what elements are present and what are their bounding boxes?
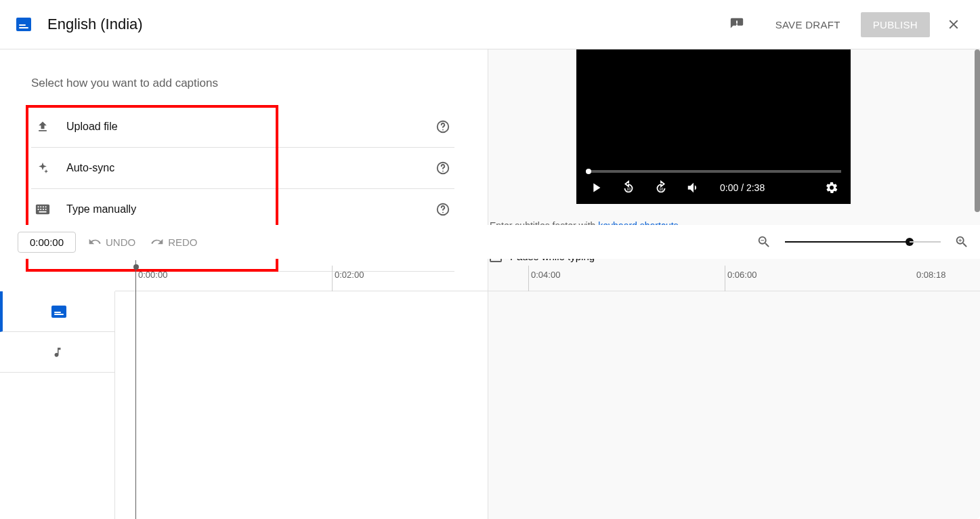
forward-10-icon[interactable]: 10 [654,180,668,195]
option-upload-file[interactable]: Upload file [31,106,454,148]
svg-rect-7 [38,209,39,210]
zoom-in-icon[interactable] [954,234,969,249]
dialog-title: English (India) [47,16,143,33]
upload-icon [34,120,51,133]
svg-text:10: 10 [626,187,631,191]
publish-button[interactable]: PUBLISH [861,12,930,37]
timeline-toolbar: 0:00:00 UNDO REDO [0,225,980,259]
close-icon[interactable] [943,14,964,35]
svg-rect-11 [39,211,47,213]
help-icon[interactable] [435,119,450,134]
zoom-out-icon[interactable] [757,234,771,249]
play-icon[interactable] [589,180,603,195]
zoom-control [757,234,969,249]
keyboard-icon [34,203,51,215]
redo-button[interactable]: REDO [150,235,197,249]
option-label: Type manually [66,203,435,215]
ruler-tick: 0:08:18 [914,266,945,291]
help-icon[interactable] [435,161,450,175]
svg-rect-4 [40,206,41,207]
rewind-10-icon[interactable]: 10 [621,180,636,195]
scrollbar[interactable] [975,49,980,212]
svg-text:10: 10 [659,187,663,191]
instruction-text: Select how you want to add captions [0,49,488,106]
feedback-icon[interactable] [729,17,744,32]
video-time: 0:00 / 2:38 [720,182,825,193]
zoom-slider[interactable] [785,241,910,243]
captions-track-button[interactable] [0,291,114,332]
volume-icon[interactable] [686,180,701,195]
timeline-ruler[interactable]: 0:00:00 0:02:00 0:04:00 0:06:00 0:08:18 [115,266,980,291]
sparkle-icon [34,161,51,175]
zoom-slider-handle[interactable] [906,238,914,246]
ruler-tick: 0:00:00 [135,266,167,291]
svg-rect-8 [40,209,41,210]
svg-rect-6 [45,206,47,207]
undo-button[interactable]: UNDO [88,235,135,249]
playhead[interactable] [135,260,136,519]
track-selector [0,291,115,519]
svg-rect-3 [38,206,39,207]
svg-rect-10 [45,209,47,210]
captions-icon [16,18,31,31]
timecode-input[interactable]: 0:00:00 [18,232,76,253]
ruler-tick: 0:06:00 [725,266,757,291]
svg-rect-9 [43,209,44,210]
gear-icon[interactable] [825,181,838,194]
audio-track-button[interactable] [0,332,114,373]
ruler-tick: 0:04:00 [528,266,560,291]
dialog-header: English (India) SAVE DRAFT PUBLISH [0,0,980,49]
video-player: 10 10 0:00 / 2:38 [576,49,851,204]
option-auto-sync[interactable]: Auto-sync [31,148,454,189]
svg-rect-5 [43,206,44,207]
option-label: Upload file [66,121,435,133]
ruler-tick: 0:02:00 [332,266,364,291]
save-draft-button[interactable]: SAVE DRAFT [763,12,853,37]
option-type-manually[interactable]: Type manually [31,189,454,230]
option-label: Auto-sync [66,162,435,174]
help-icon[interactable] [435,202,450,217]
captions-icon [51,306,66,318]
